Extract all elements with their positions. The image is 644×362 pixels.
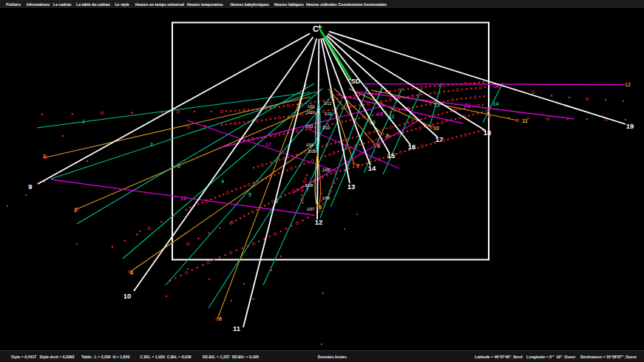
- svg-text:1/03: 1/03: [305, 124, 313, 129]
- svg-text:1/09: 1/09: [308, 149, 316, 154]
- svg-text:12: 12: [625, 82, 631, 87]
- svg-text:2: 2: [43, 154, 46, 159]
- svg-text:11: 11: [233, 324, 241, 332]
- svg-text:7: 7: [356, 163, 359, 168]
- svg-text:1/05: 1/05: [322, 168, 331, 172]
- svg-text:1/02: 1/02: [307, 110, 315, 115]
- svg-text:1/07: 1/07: [307, 207, 315, 211]
- svg-text:9: 9: [386, 133, 389, 138]
- svg-text:1/01: 1/01: [308, 104, 316, 109]
- svg-text:12: 12: [315, 218, 323, 226]
- svg-text:1/11: 1/11: [325, 112, 332, 116]
- svg-text:19: 19: [626, 122, 634, 130]
- svg-text:14: 14: [493, 101, 499, 106]
- svg-text:3: 3: [74, 208, 77, 213]
- svg-text:1/04: 1/04: [306, 143, 314, 147]
- svg-text:10: 10: [123, 292, 132, 300]
- svg-text:5: 5: [248, 192, 251, 197]
- svg-text:14: 14: [368, 164, 376, 172]
- svg-text:SD: SD: [351, 78, 361, 85]
- svg-text:17: 17: [265, 142, 271, 147]
- svg-text:17: 17: [435, 135, 444, 143]
- svg-text:1/06: 1/06: [322, 196, 331, 200]
- svg-text:6: 6: [219, 316, 222, 321]
- svg-text:9: 9: [28, 182, 32, 191]
- svg-text:15: 15: [387, 151, 396, 160]
- svg-text:4: 4: [221, 179, 224, 184]
- svg-text:1: 1: [82, 119, 85, 124]
- svg-text:4: 4: [130, 270, 133, 276]
- svg-text:C: C: [313, 24, 319, 33]
- svg-text:11: 11: [522, 118, 528, 123]
- svg-text:1/10: 1/10: [322, 126, 331, 130]
- svg-text:1/12: 1/12: [324, 101, 332, 106]
- svg-text:6: 6: [319, 205, 322, 210]
- svg-text:16: 16: [180, 196, 186, 201]
- svg-text:23: 23: [464, 103, 470, 108]
- svg-text:18: 18: [484, 129, 492, 137]
- svg-text:2: 2: [150, 142, 153, 147]
- svg-text:18: 18: [377, 112, 383, 117]
- svg-text:7: 7: [306, 187, 309, 192]
- svg-text:16: 16: [408, 143, 416, 151]
- svg-text:10: 10: [433, 126, 439, 131]
- svg-text:13: 13: [348, 182, 356, 191]
